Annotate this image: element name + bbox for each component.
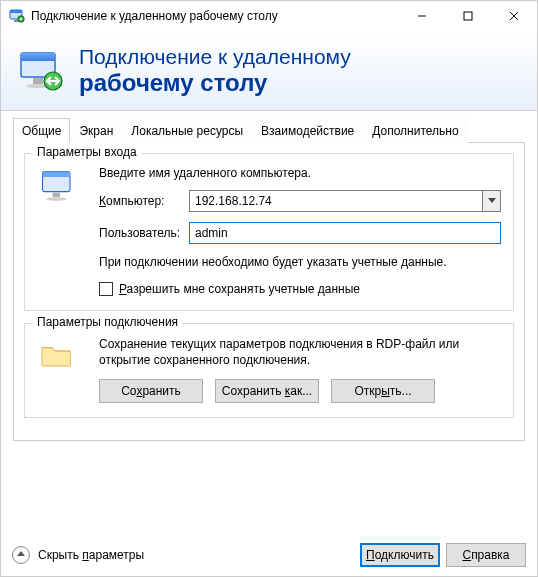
user-label: Пользователь: [99,226,189,240]
banner-text: Подключение к удаленному рабочему столу [79,45,351,97]
maximize-button[interactable] [445,1,491,31]
banner-line1: Подключение к удаленному [79,45,351,69]
connect-button[interactable]: Подключить [360,543,440,567]
svg-point-16 [46,197,66,201]
computer-label: Компьютер: [99,194,189,208]
banner: Подключение к удаленному рабочему столу [1,31,537,111]
svg-rect-10 [33,78,43,84]
login-group-title: Параметры входа [33,145,141,159]
remember-label: Разрешить мне сохранять учетные данные [119,282,360,296]
footer: Скрыть параметры Подключить Справка [12,543,526,567]
computer-input[interactable] [189,190,483,212]
connection-group-title: Параметры подключения [33,315,182,329]
rdp-icon [17,47,65,95]
tab-advanced[interactable]: Дополнительно [363,118,467,143]
computer-icon [37,166,85,296]
svg-rect-9 [21,53,55,61]
collapse-chevron-icon[interactable] [12,546,30,564]
hide-params-link[interactable]: Скрыть параметры [38,548,144,562]
tab-display[interactable]: Экран [70,118,122,143]
tab-panel-general: Параметры входа Введите имя удаленного к… [13,143,525,441]
svg-rect-5 [464,12,472,20]
titlebar: Подключение к удаленному рабочему столу [1,1,537,31]
close-button[interactable] [491,1,537,31]
help-button[interactable]: Справка [446,543,526,567]
save-button[interactable]: Сохранить [99,379,203,403]
login-group: Параметры входа Введите имя удаленного к… [24,153,514,311]
connection-group: Параметры подключения Сохранение текущих… [24,323,514,417]
svg-rect-15 [53,193,60,198]
tab-experience[interactable]: Взаимодействие [252,118,363,143]
svg-rect-1 [10,10,22,13]
folder-icon [37,336,85,402]
computer-dropdown-button[interactable] [483,190,501,212]
svg-rect-14 [43,172,71,178]
remember-checkbox[interactable] [99,282,113,296]
open-button[interactable]: Открыть... [331,379,435,403]
connection-hint: Сохранение текущих параметров подключени… [99,336,501,368]
svg-rect-2 [14,20,18,22]
tab-local-resources[interactable]: Локальные ресурсы [122,118,252,143]
window-title: Подключение к удаленному рабочему столу [31,9,399,23]
app-icon [9,8,25,24]
minimize-button[interactable] [399,1,445,31]
titlebar-buttons [399,1,537,31]
login-hint: При подключении необходимо будет указать… [99,254,501,270]
tab-general[interactable]: Общие [13,118,70,143]
save-as-button[interactable]: Сохранить как... [215,379,319,403]
user-input[interactable] [189,222,501,244]
tabs: Общие Экран Локальные ресурсы Взаимодейс… [13,117,525,143]
login-prompt: Введите имя удаленного компьютера. [99,166,501,180]
banner-line2: рабочему столу [79,69,351,97]
